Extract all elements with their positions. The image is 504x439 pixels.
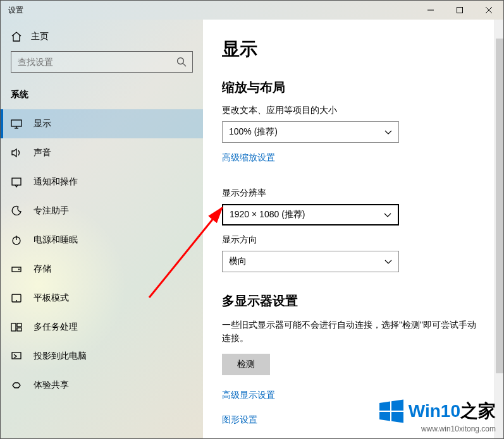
sidebar-item-9[interactable]: 体验共享: [1, 371, 203, 400]
section-multi-title: 多显示器设置: [222, 292, 484, 310]
close-button[interactable]: [474, 1, 503, 20]
orientation-dropdown[interactable]: 横向: [222, 251, 399, 272]
sidebar-item-1[interactable]: 声音: [1, 138, 203, 167]
svg-marker-24: [391, 412, 403, 423]
svg-rect-9: [12, 178, 21, 185]
svg-rect-6: [11, 120, 22, 126]
power-icon: [11, 234, 22, 246]
svg-rect-18: [17, 328, 22, 331]
sidebar: 主页 系统 显示声音通知和操作专注助手电源和睡眠存储平板模式多任务处理投影到此电…: [1, 20, 203, 438]
nav-group-header: 系统: [1, 84, 203, 109]
sidebar-item-label: 多任务处理: [34, 322, 78, 333]
sidebar-item-7[interactable]: 多任务处理: [1, 313, 203, 342]
scale-label: 更改文本、应用等项目的大小: [222, 105, 484, 116]
search-input[interactable]: [11, 57, 171, 67]
scrollbar[interactable]: [495, 20, 503, 438]
sidebar-item-0[interactable]: 显示: [1, 109, 203, 138]
advanced-display-link[interactable]: 高级显示设置: [222, 390, 275, 401]
multi-body-text: 一些旧式显示器可能不会进行自动连接，选择"检测"即可尝试手动连接。: [222, 318, 484, 345]
focus-icon: [11, 205, 22, 217]
main-content: 显示 缩放与布局 更改文本、应用等项目的大小 100% (推荐) 高级缩放设置 …: [203, 20, 503, 438]
titlebar: 设置: [1, 1, 503, 20]
search-box[interactable]: [11, 51, 193, 73]
sidebar-item-label: 体验共享: [34, 380, 69, 391]
sidebar-item-label: 电源和睡眠: [34, 234, 78, 246]
orientation-label: 显示方向: [222, 234, 484, 246]
graphics-link[interactable]: 图形设置: [222, 414, 257, 426]
window-controls: [416, 1, 503, 20]
resolution-value: 1920 × 1080 (推荐): [230, 209, 305, 220]
scale-dropdown[interactable]: 100% (推荐): [222, 121, 399, 143]
maximize-button[interactable]: [445, 1, 474, 20]
svg-marker-23: [379, 412, 390, 421]
sidebar-item-label: 平板模式: [34, 292, 69, 304]
svg-line-5: [183, 64, 187, 67]
advanced-scale-link[interactable]: 高级缩放设置: [222, 152, 275, 164]
share-icon: [11, 380, 22, 391]
sidebar-item-5[interactable]: 存储: [1, 255, 203, 284]
orientation-value: 横向: [229, 256, 247, 267]
sidebar-item-8[interactable]: 投影到此电脑: [1, 342, 203, 371]
notification-icon: [11, 176, 22, 188]
chevron-down-icon: [384, 256, 392, 267]
home-link[interactable]: 主页: [1, 20, 203, 51]
svg-rect-19: [12, 352, 21, 359]
chevron-down-icon: [384, 127, 392, 137]
page-title: 显示: [222, 37, 484, 61]
sidebar-item-label: 存储: [34, 263, 51, 275]
project-icon: [11, 351, 22, 362]
windows-logo-icon: [379, 399, 403, 423]
svg-point-4: [178, 58, 184, 64]
svg-rect-1: [457, 8, 463, 13]
scrollbar-thumb[interactable]: [496, 39, 503, 373]
window-title: 设置: [1, 5, 23, 16]
watermark-url: www.win10xitong.com: [379, 424, 496, 433]
storage-icon: [11, 263, 22, 275]
search-icon: [171, 57, 192, 67]
tablet-icon: [11, 292, 22, 304]
svg-marker-22: [391, 400, 403, 411]
sidebar-item-label: 专注助手: [34, 205, 69, 217]
svg-point-13: [19, 269, 20, 270]
sidebar-item-6[interactable]: 平板模式: [1, 284, 203, 313]
monitor-icon: [11, 118, 22, 129]
watermark: Win10之家 www.win10xitong.com: [379, 399, 496, 433]
nav-list: 显示声音通知和操作专注助手电源和睡眠存储平板模式多任务处理投影到此电脑体验共享: [1, 109, 203, 400]
sidebar-item-4[interactable]: 电源和睡眠: [1, 226, 203, 255]
sidebar-item-label: 显示: [34, 118, 51, 129]
svg-marker-21: [379, 402, 390, 411]
sidebar-item-2[interactable]: 通知和操作: [1, 167, 203, 196]
section-scale-title: 缩放与布局: [222, 79, 484, 96]
watermark-brand: Win10之家: [409, 399, 496, 423]
resolution-dropdown[interactable]: 1920 × 1080 (推荐): [222, 204, 399, 226]
home-label: 主页: [31, 31, 49, 42]
sidebar-item-3[interactable]: 专注助手: [1, 196, 203, 226]
scale-value: 100% (推荐): [229, 126, 278, 138]
home-icon: [11, 31, 22, 42]
svg-rect-17: [17, 323, 22, 327]
svg-rect-16: [11, 323, 16, 331]
sidebar-item-label: 声音: [34, 147, 51, 159]
sound-icon: [11, 147, 22, 159]
sidebar-item-label: 通知和操作: [34, 176, 78, 188]
resolution-label: 显示分辨率: [222, 188, 484, 199]
sidebar-item-label: 投影到此电脑: [34, 351, 87, 362]
chevron-down-icon: [384, 210, 391, 220]
detect-button[interactable]: 检测: [222, 354, 270, 375]
multitask-icon: [11, 322, 22, 333]
minimize-button[interactable]: [416, 1, 445, 20]
